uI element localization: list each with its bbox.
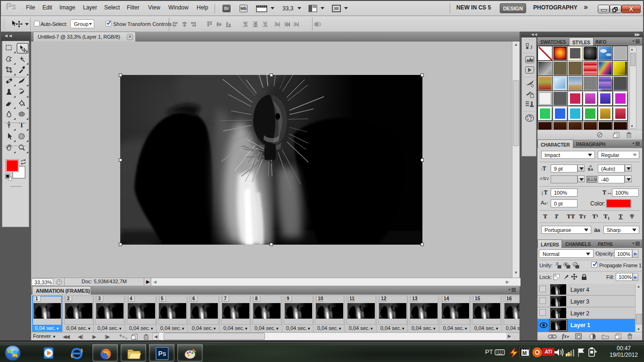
svg-text:M: M (522, 350, 527, 356)
